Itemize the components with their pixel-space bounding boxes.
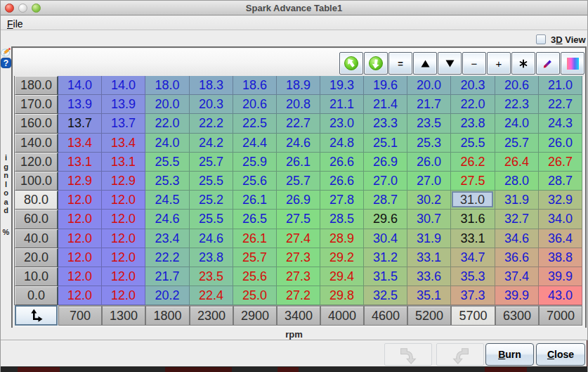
svg-text:?: ?: [4, 58, 8, 68]
